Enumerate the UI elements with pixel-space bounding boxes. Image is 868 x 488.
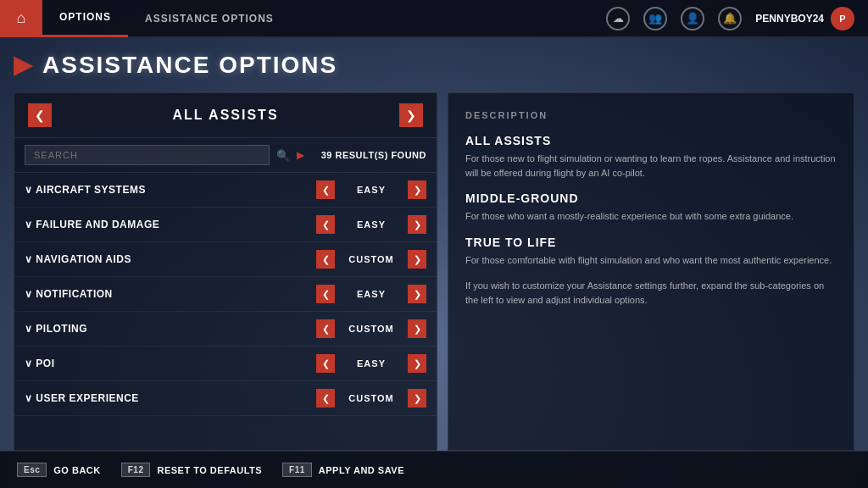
category-prev-button[interactable]: ❮ [316,319,335,338]
category-value: EASY [342,185,401,195]
list-item[interactable]: ∨ NAVIGATION AIDS ❮ CUSTOM ❯ [14,242,437,277]
category-prev-button[interactable]: ❮ [316,285,335,303]
desc-section-all-assists: ALL ASSISTS For those new to flight simu… [465,134,837,180]
category-value: EASY [342,289,401,299]
category-value: CUSTOM [342,324,401,334]
tab-assistance-options[interactable]: ASSISTANCE OPTIONS [128,0,291,37]
main-content: ▶ ASSISTANCE OPTIONS ❮ ALL ASSISTS ❯ 🔍 ▶… [0,37,868,451]
content-panels: ❮ ALL ASSISTS ❯ 🔍 ▶ 39 RESULT(S) FOUND ∨… [14,92,854,451]
category-prev-button[interactable]: ❮ [316,180,335,199]
reset-defaults-button[interactable]: F12 RESET TO DEFAULTS [121,463,262,477]
reset-label: RESET TO DEFAULTS [157,465,262,475]
category-value: CUSTOM [342,393,401,403]
category-next-button[interactable]: ❯ [408,354,426,373]
desc-title-middle-ground: MIDDLE-GROUND [465,191,837,205]
list-item[interactable]: ∨ AIRCRAFT SYSTEMS ❮ EASY ❯ [14,173,437,208]
go-back-key: Esc [17,463,47,477]
tab-options[interactable]: OPTIONS [42,0,128,37]
go-back-label: GO BACK [53,465,100,475]
category-name: ∨ AIRCRAFT SYSTEMS [25,184,316,196]
user-profile[interactable]: PENNYBOY24 P [755,7,854,30]
page-title: ASSISTANCE OPTIONS [42,52,337,79]
category-next-button[interactable]: ❯ [408,389,426,408]
next-assists-button[interactable]: ❯ [399,103,423,127]
list-item[interactable]: ∨ POI ❮ EASY ❯ [14,347,437,381]
multiplayer-icon-button[interactable]: 👥 [643,7,667,30]
category-name: ∨ PILOTING [25,323,316,335]
category-prev-button[interactable]: ❮ [316,389,335,408]
desc-title-all-assists: ALL ASSISTS [465,134,837,147]
results-arrow-icon: ▶ [297,149,304,161]
page-arrow-icon: ▶ [14,51,32,79]
list-item[interactable]: ∨ FAILURE AND DAMAGE ❮ EASY ❯ [14,208,437,242]
prev-assists-button[interactable]: ❮ [28,103,52,127]
category-prev-button[interactable]: ❮ [316,354,335,373]
top-navigation-bar: ⌂ OPTIONS ASSISTANCE OPTIONS ☁ 👥 👤 🔔 PEN… [0,0,868,37]
assists-title: ALL ASSISTS [65,108,386,123]
category-name: ∨ NOTIFICATION [25,288,316,300]
category-name: ∨ NAVIGATION AIDS [25,253,316,265]
apply-key: F11 [282,463,312,477]
search-row: 🔍 ▶ 39 RESULT(S) FOUND [14,138,437,173]
cloud-icon-button[interactable]: ☁ [606,7,630,30]
category-name: ∨ USER EXPERIENCE [25,392,316,404]
list-item[interactable]: ∨ NOTIFICATION ❮ EASY ❯ [14,277,437,312]
apply-save-button[interactable]: F11 APPLY AND SAVE [282,463,404,477]
notification-icon-button[interactable]: 🔔 [718,7,742,30]
go-back-button[interactable]: Esc GO BACK [17,463,101,477]
category-next-button[interactable]: ❯ [408,215,426,234]
bottom-bar: Esc GO BACK F12 RESET TO DEFAULTS F11 AP… [0,451,868,488]
category-next-button[interactable]: ❯ [408,180,426,199]
desc-section-true-to-life: TRUE TO LIFE For those comfortable with … [465,236,837,268]
category-next-button[interactable]: ❯ [408,285,426,303]
left-panel: ❮ ALL ASSISTS ❯ 🔍 ▶ 39 RESULT(S) FOUND ∨… [14,92,437,451]
search-input[interactable] [25,145,270,165]
apply-label: APPLY AND SAVE [319,465,404,475]
desc-title-true-to-life: TRUE TO LIFE [465,236,837,249]
category-value: CUSTOM [342,254,401,264]
category-next-button[interactable]: ❯ [408,250,426,269]
search-icon: 🔍 [276,149,290,162]
list-item[interactable]: ∨ PILOTING ❮ CUSTOM ❯ [14,312,437,347]
search-results-count: 39 RESULT(S) FOUND [321,150,426,160]
description-header: DESCRIPTION [465,110,837,120]
category-value: EASY [342,358,401,369]
assists-header: ❮ ALL ASSISTS ❯ [14,93,437,138]
profile-icon-button[interactable]: 👤 [681,7,704,30]
page-header: ▶ ASSISTANCE OPTIONS [14,51,854,79]
category-name: ∨ FAILURE AND DAMAGE [25,219,316,230]
category-name: ∨ POI [25,358,316,369]
avatar: P [831,7,854,30]
home-button[interactable]: ⌂ [0,0,42,37]
desc-section-customize-note: If you wish to customize your Assistance… [465,279,837,307]
desc-section-middle-ground: MIDDLE-GROUND For those who want a mostl… [465,191,837,224]
list-item[interactable]: ∨ USER EXPERIENCE ❮ CUSTOM ❯ [14,381,437,416]
reset-key: F12 [121,463,151,477]
category-prev-button[interactable]: ❮ [316,250,335,269]
category-next-button[interactable]: ❯ [408,319,426,338]
desc-text-middle-ground: For those who want a mostly-realistic ex… [465,209,837,224]
category-value: EASY [342,219,401,230]
right-panel: DESCRIPTION ALL ASSISTS For those new to… [448,92,854,451]
categories-list: ∨ AIRCRAFT SYSTEMS ❮ EASY ❯ ∨ FAILURE AN… [14,173,437,450]
desc-text-true-to-life: For those comfortable with flight simula… [465,253,837,268]
desc-text-all-assists: For those new to flight simulation or wa… [465,152,837,180]
home-icon: ⌂ [17,9,26,27]
category-prev-button[interactable]: ❮ [316,215,335,234]
desc-text-customize-note: If you wish to customize your Assistance… [465,279,837,307]
